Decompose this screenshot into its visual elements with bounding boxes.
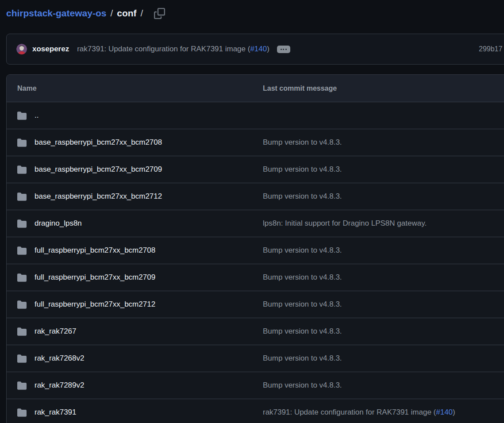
commit-message-cell: Bump version to v4.8.3. [263,300,504,309]
folder-link[interactable]: rak_rak7289v2 [35,381,84,390]
commit-message-text: Bump version to v4.8.3. [263,246,342,254]
table-row: rak_rak7391 rak7391: Update configuratio… [7,399,504,423]
commit-message-text: Bump version to v4.8.3. [263,354,342,362]
folder-icon [17,408,35,417]
column-header-name: Name [7,85,263,92]
copy-path-button[interactable] [154,8,165,19]
folder-icon [17,354,35,363]
breadcrumb-separator: / [141,8,143,19]
file-name-cell: rak_rak7268v2 [7,354,263,363]
table-row: full_raspberrypi_bcm27xx_bcm2712 Bump ve… [7,291,504,318]
row-commit-message-link[interactable]: lps8n: Initial support for Dragino LPS8N… [263,219,427,227]
folder-link[interactable]: base_raspberrypi_bcm27xx_bcm2708 [35,138,162,147]
table-row: .. [7,102,504,129]
folder-icon [17,138,35,147]
folder-link[interactable]: dragino_lps8n [35,219,82,228]
commit-message-text: Bump version to v4.8.3. [263,273,342,281]
commit-message-suffix: ) [267,45,269,53]
file-table-header: Name Last commit message [7,75,504,102]
table-row: base_raspberrypi_bcm27xx_bcm2708 Bump ve… [7,129,504,156]
file-table-body: .. base_raspberrypi_bcm27xx_bcm2708 Bump… [7,102,504,423]
table-row: full_raspberrypi_bcm27xx_bcm2708 Bump ve… [7,237,504,264]
folder-icon [17,165,35,174]
folder-link[interactable]: rak_rak7267 [35,327,77,336]
folder-icon [17,273,35,282]
commit-message-cell: Bump version to v4.8.3. [263,381,504,390]
column-header-last-commit-message: Last commit message [263,85,504,92]
commit-message-cell: Bump version to v4.8.3. [263,246,504,255]
commit-message-cell: lps8n: Initial support for Dragino LPS8N… [263,219,504,228]
latest-commit-bar: xoseperez rak7391: Update configuration … [6,34,504,65]
table-row: rak_rak7289v2 Bump version to v4.8.3. [7,372,504,399]
commit-message-cell: Bump version to v4.8.3. [263,138,504,147]
kebab-horizontal-icon [281,49,287,50]
file-name-cell: rak_rak7391 [7,408,263,417]
table-row: base_raspberrypi_bcm27xx_bcm2709 Bump ve… [7,156,504,183]
file-name-cell: base_raspberrypi_bcm27xx_bcm2708 [7,138,263,147]
table-row: dragino_lps8n lps8n: Initial support for… [7,210,504,237]
commit-message-cell: Bump version to v4.8.3. [263,327,504,336]
commit-message-text: Bump version to v4.8.3. [263,138,342,146]
row-commit-message-link[interactable]: Bump version to v4.8.3. [263,354,342,362]
commit-message-text: lps8n: Initial support for Dragino LPS8N… [263,219,427,227]
folder-link[interactable]: full_raspberrypi_bcm27xx_bcm2712 [35,300,155,309]
folder-icon [17,327,35,336]
commit-message-text: rak7391: Update configuration for RAK739… [263,408,436,416]
breadcrumb-repo-link[interactable]: chirpstack-gateway-os [6,8,106,19]
folder-link[interactable]: base_raspberrypi_bcm27xx_bcm2712 [35,192,162,201]
commit-message-text: Bump version to v4.8.3. [263,300,342,308]
file-name-cell: base_raspberrypi_bcm27xx_bcm2709 [7,165,263,174]
commit-message-cell: rak7391: Update configuration for RAK739… [263,408,504,417]
row-commit-message-link[interactable]: Bump version to v4.8.3. [263,273,342,281]
table-row: rak_rak7267 Bump version to v4.8.3. [7,318,504,345]
folder-link[interactable]: full_raspberrypi_bcm27xx_bcm2708 [35,246,155,255]
commit-message-text: rak7391: Update configuration for RAK739… [77,45,250,53]
file-name-cell: .. [7,111,263,120]
commit-description-expand-button[interactable] [277,46,290,53]
xoseperez-avatar-icon [16,44,27,54]
commit-author-link[interactable]: xoseperez [32,45,69,54]
row-commit-message-link[interactable]: Bump version to v4.8.3. [263,327,342,335]
commit-message-cell: Bump version to v4.8.3. [263,273,504,282]
folder-link[interactable]: .. [35,111,38,120]
repo-browser-page: chirpstack-gateway-os / conf / [6,0,504,423]
breadcrumb: chirpstack-gateway-os / conf / [6,6,504,20]
row-commit-message-link[interactable]: Bump version to v4.8.3. [263,192,342,200]
table-row: rak_rak7268v2 Bump version to v4.8.3. [7,345,504,372]
row-commit-message-link[interactable]: rak7391: Update configuration for RAK739… [263,408,455,416]
folder-link[interactable]: rak_rak7268v2 [35,354,84,363]
commit-message-text: Bump version to v4.8.3. [263,381,342,389]
file-name-cell: full_raspberrypi_bcm27xx_bcm2712 [7,300,263,309]
author-avatar[interactable] [16,44,27,54]
row-commit-message-link[interactable]: Bump version to v4.8.3. [263,165,342,173]
folder-link[interactable]: base_raspberrypi_bcm27xx_bcm2709 [35,165,162,174]
folder-link[interactable]: rak_rak7391 [35,408,77,417]
commit-hash-link[interactable]: 299b17 [479,45,502,53]
folder-icon [17,219,35,228]
issue-link[interactable]: #140 [250,45,267,53]
breadcrumb-current-dir: conf [117,8,136,19]
commit-message-text: Bump version to v4.8.3. [263,192,342,200]
commit-message-cell: Bump version to v4.8.3. [263,354,504,363]
row-commit-message-link[interactable]: Bump version to v4.8.3. [263,246,342,254]
commit-message-suffix: ) [453,408,455,416]
table-row: base_raspberrypi_bcm27xx_bcm2712 Bump ve… [7,183,504,210]
folder-icon [17,111,35,120]
folder-icon [17,192,35,201]
file-name-cell: full_raspberrypi_bcm27xx_bcm2708 [7,246,263,255]
row-commit-message-link[interactable]: Bump version to v4.8.3. [263,300,342,308]
table-row: full_raspberrypi_bcm27xx_bcm2709 Bump ve… [7,264,504,291]
commit-message-cell: Bump version to v4.8.3. [263,192,504,201]
file-table: Name Last commit message .. base_raspber… [6,74,504,423]
issue-link[interactable]: #140 [436,408,453,416]
breadcrumb-separator: / [110,8,113,19]
commit-message-text: Bump version to v4.8.3. [263,165,342,173]
folder-icon [17,246,35,255]
row-commit-message-link[interactable]: Bump version to v4.8.3. [263,138,342,146]
folder-icon [17,381,35,390]
copy-icon [154,8,165,19]
row-commit-message-link[interactable]: Bump version to v4.8.3. [263,381,342,389]
folder-link[interactable]: full_raspberrypi_bcm27xx_bcm2709 [35,273,155,282]
commit-message-link[interactable]: rak7391: Update configuration for RAK739… [77,45,269,54]
file-name-cell: full_raspberrypi_bcm27xx_bcm2709 [7,273,263,282]
